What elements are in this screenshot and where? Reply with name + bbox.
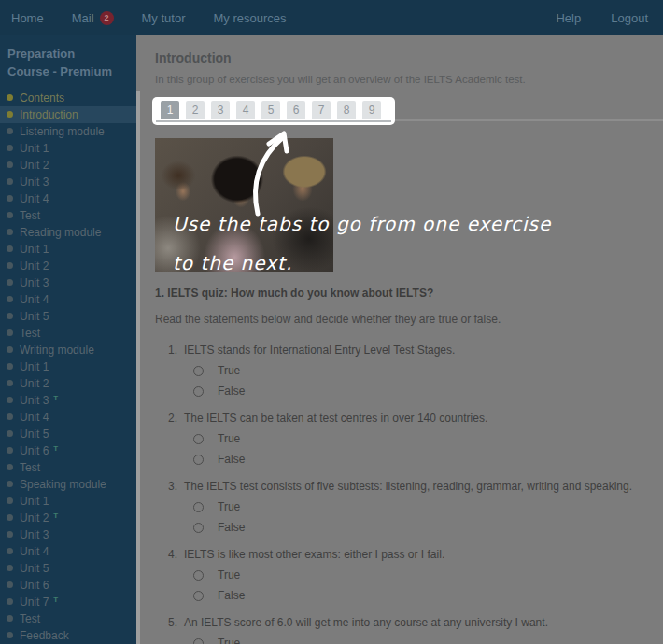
sidebar-item[interactable]: Unit 6 <box>0 577 136 594</box>
sidebar-item[interactable]: Speaking module <box>0 476 136 493</box>
sidebar-item[interactable]: Test <box>0 207 136 224</box>
sidebar-item-label: Reading module <box>20 226 101 239</box>
exercise-tab[interactable]: 8 <box>337 101 356 119</box>
course-nav-list: Contents Introduction Listening module U… <box>0 90 136 644</box>
sidebar-item[interactable]: Unit 2 <box>0 258 136 274</box>
nav-mail-label: Mail <box>72 11 94 25</box>
radio-true[interactable] <box>193 434 204 444</box>
nav-help[interactable]: Help <box>556 11 581 25</box>
option-true-label: True <box>218 568 240 581</box>
sidebar-item[interactable]: Test <box>0 459 136 476</box>
sidebar-item[interactable]: Unit 5 <box>0 308 136 325</box>
sidebar-item[interactable]: Unit 3 <box>0 174 136 190</box>
bullet-icon <box>7 161 13 168</box>
exercise-tab[interactable]: 1 <box>161 101 179 119</box>
sidebar-item[interactable]: Unit 5 <box>0 560 136 577</box>
sidebar-item[interactable]: Unit 6 T <box>0 442 136 459</box>
option-true-label: True <box>218 432 240 445</box>
sidebar-item-label: Test <box>20 209 40 222</box>
exercise-tabs: 123456789 <box>152 97 395 119</box>
intro-photo-block: Use the tabs to go from one exercise to … <box>155 138 644 272</box>
sidebar-item[interactable]: Unit 4 <box>0 190 136 207</box>
sidebar-item[interactable]: Reading module <box>0 224 136 241</box>
sidebar-item[interactable]: Unit 3 <box>0 274 136 291</box>
sidebar-item[interactable]: Unit 4 <box>0 543 136 560</box>
bullet-icon <box>7 195 13 202</box>
sidebar-item[interactable]: Unit 4 <box>0 409 136 426</box>
sidebar-item-label: Unit 2 <box>20 511 49 525</box>
course-title: Preparation Course - Premium <box>0 35 136 90</box>
sidebar-item[interactable]: Introduction <box>0 106 136 123</box>
sidebar-item[interactable]: Unit 1 <box>0 140 136 157</box>
sidebar-item[interactable]: Unit 1 <box>0 241 136 258</box>
sidebar-item-label: Unit 3 <box>20 276 49 289</box>
sidebar-item-label: Unit 1 <box>20 142 49 155</box>
question-number: 1. <box>168 343 184 357</box>
bullet-icon <box>7 229 13 235</box>
nav-logout[interactable]: Logout <box>611 11 648 25</box>
nav-my-resources[interactable]: My resources <box>214 11 287 25</box>
sidebar-item[interactable]: Unit 2 T <box>0 510 136 526</box>
nav-mail[interactable]: Mail 2 <box>72 11 114 25</box>
sidebar-item-label: Unit 4 <box>20 192 49 205</box>
radio-true[interactable] <box>193 638 204 644</box>
bullet-icon <box>7 313 13 319</box>
bullet-icon <box>7 262 13 269</box>
bullet-icon <box>7 346 13 353</box>
radio-false[interactable] <box>193 591 204 601</box>
question-number: 4. <box>168 548 184 561</box>
bullet-icon <box>7 531 13 538</box>
bullet-icon <box>7 615 13 622</box>
sidebar-item[interactable]: Unit 3 <box>0 526 136 543</box>
question-text: An IELTS score of 6.0 will get me into a… <box>184 616 548 629</box>
sidebar-item[interactable]: Unit 2 <box>0 157 136 174</box>
option-false-label: False <box>218 453 245 466</box>
sidebar-item[interactable]: Feedback <box>0 627 136 644</box>
exercise-tab[interactable]: 2 <box>186 101 205 119</box>
radio-false[interactable] <box>193 386 204 397</box>
sidebar-item-label: Unit 1 <box>20 243 49 256</box>
sidebar-item[interactable]: Unit 7 T <box>0 594 136 610</box>
sidebar-item-label: Unit 4 <box>20 545 49 558</box>
sidebar-item[interactable]: Unit 1 <box>0 493 136 510</box>
bullet-icon <box>7 212 13 218</box>
bullet-icon <box>7 464 13 470</box>
sidebar-item[interactable]: Unit 1 <box>0 358 136 375</box>
exercise-tab[interactable]: 6 <box>287 101 305 119</box>
sidebar-item-label: Unit 1 <box>20 360 49 373</box>
exercise-tab[interactable]: 5 <box>261 101 280 119</box>
exercise-tab[interactable]: 3 <box>211 101 230 119</box>
sidebar-item-label: Unit 4 <box>20 293 49 306</box>
radio-false[interactable] <box>193 455 204 465</box>
test-marker-icon: T <box>53 444 58 453</box>
option-true-row: True <box>193 568 644 581</box>
sidebar-item-label: Writing module <box>20 343 94 357</box>
sidebar-item[interactable]: Test <box>0 610 136 627</box>
sidebar-item[interactable]: Test <box>0 325 136 342</box>
sidebar-item[interactable]: Contents <box>0 90 136 106</box>
option-false-label: False <box>218 521 245 534</box>
exercise-tab[interactable]: 7 <box>312 101 331 119</box>
nav-my-tutor[interactable]: My tutor <box>142 11 186 25</box>
top-navbar: Home Mail 2 My tutor My resources Help L… <box>0 0 663 35</box>
quiz-instructions: Read the statements below and decide whe… <box>155 313 644 326</box>
exercise-tab[interactable]: 9 <box>362 101 381 119</box>
quiz-question: 2. The IELTS can be taken at test centre… <box>155 412 644 466</box>
bullet-icon <box>7 481 13 487</box>
sidebar-item[interactable]: Unit 4 <box>0 291 136 308</box>
sidebar-item[interactable]: Unit 5 <box>0 426 136 442</box>
radio-false[interactable] <box>193 523 204 533</box>
sidebar-item[interactable]: Writing module <box>0 342 136 358</box>
exercise-tab[interactable]: 4 <box>236 101 255 119</box>
bullet-icon <box>7 397 13 403</box>
content-left-edge <box>136 91 140 644</box>
sidebar-item-label: Contents <box>20 91 64 105</box>
radio-true[interactable] <box>193 366 204 376</box>
radio-true[interactable] <box>193 502 204 512</box>
nav-home[interactable]: Home <box>11 11 44 25</box>
sidebar-item[interactable]: Unit 2 <box>0 375 136 392</box>
radio-true[interactable] <box>193 570 204 581</box>
sidebar-item[interactable]: Unit 3 T <box>0 392 136 409</box>
bullet-icon <box>7 145 13 151</box>
sidebar-item[interactable]: Listening module <box>0 123 136 140</box>
